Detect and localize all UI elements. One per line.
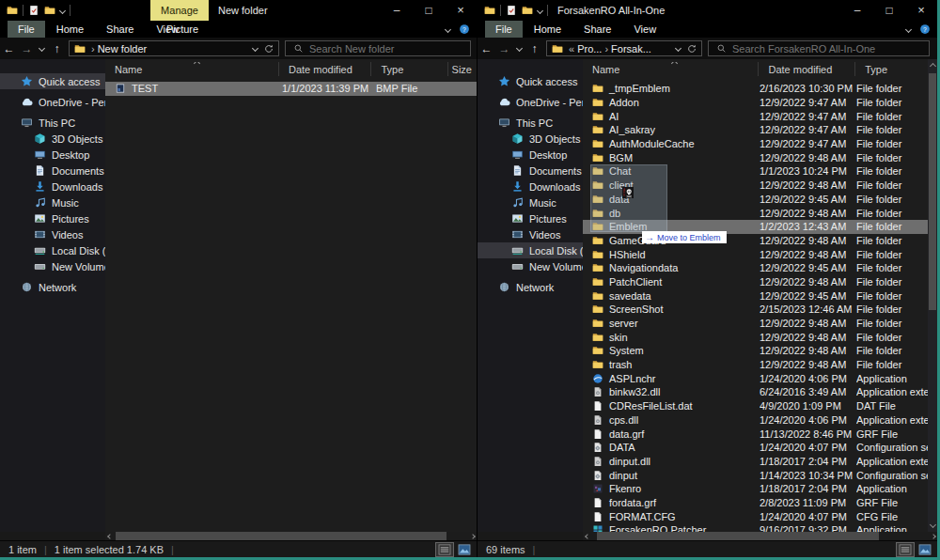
- search-box[interactable]: [285, 40, 471, 56]
- column-header-name[interactable]: Name: [583, 62, 759, 76]
- file-row-cps-dll[interactable]: cps.dll1/24/2020 4:06 PMApplication exte…: [583, 413, 928, 428]
- sidebar-item-onedrive-personal[interactable]: OneDrive - Personal: [0, 94, 105, 110]
- file-row-test[interactable]: TEST1/1/2023 11:39 PMBMP File: [105, 82, 477, 96]
- close-button[interactable]: ×: [905, 0, 937, 21]
- horizontal-scrollbar[interactable]: [105, 532, 477, 540]
- up-button[interactable]: ↑: [525, 42, 543, 55]
- back-button[interactable]: ←: [478, 42, 495, 55]
- sidebar-item-music[interactable]: Music: [0, 194, 105, 210]
- thumbnail-view-button[interactable]: [456, 543, 473, 556]
- refresh-icon[interactable]: [686, 43, 697, 54]
- sidebar-item-new-volume-d[interactable]: New Volume (D:): [478, 258, 583, 274]
- column-header-size[interactable]: Size: [448, 62, 477, 76]
- sidebar-item-documents[interactable]: Documents: [478, 163, 583, 179]
- minimize-button[interactable]: –: [841, 0, 873, 21]
- folder-icon[interactable]: [7, 5, 18, 16]
- sidebar-item-desktop[interactable]: Desktop: [478, 147, 583, 163]
- file-row-gameguard[interactable]: GameGuard12/9/2022 9:48 AMFile folder: [583, 234, 928, 248]
- properties-icon[interactable]: [28, 5, 39, 16]
- column-header-name[interactable]: Name: [105, 62, 279, 76]
- tab-view[interactable]: View: [622, 21, 667, 38]
- address-dropdown-icon[interactable]: [252, 45, 258, 52]
- scroll-left-arrow-icon[interactable]: [105, 532, 114, 540]
- search-input[interactable]: [732, 43, 929, 54]
- horizontal-scrollbar[interactable]: [583, 532, 937, 540]
- sidebar-item-network[interactable]: Network: [478, 279, 583, 295]
- file-row-server[interactable]: server12/9/2022 9:48 AMFile folder: [583, 317, 928, 331]
- file-row-system[interactable]: System12/9/2022 9:48 AMFile folder: [583, 344, 928, 358]
- help-icon[interactable]: ?: [459, 23, 470, 35]
- customize-toolbar-chevron-icon[interactable]: [59, 7, 66, 13]
- file-row-binkw32-dll[interactable]: binkw32.dll6/24/2016 3:49 AMApplication …: [583, 385, 928, 399]
- file-row-hshield[interactable]: HShield12/9/2022 9:48 AMFile folder: [583, 247, 928, 261]
- collapse-ribbon-icon[interactable]: [445, 25, 451, 32]
- up-button[interactable]: ↑: [48, 42, 66, 55]
- address-dropdown-icon[interactable]: [675, 45, 682, 52]
- manage-ribbon-tab[interactable]: Manage: [150, 0, 209, 21]
- sidebar-item-new-volume-d[interactable]: New Volume (D:): [0, 258, 105, 274]
- file-row-cdresfilelist-dat[interactable]: CDResFileList.dat4/9/2020 1:09 PMDAT Fil…: [583, 399, 928, 413]
- scroll-right-arrow-icon[interactable]: [468, 532, 477, 540]
- dragged-file-thumbnail[interactable]: AFK: [622, 187, 641, 206]
- tab-home[interactable]: Home: [523, 21, 572, 38]
- scroll-right-arrow-icon[interactable]: [929, 532, 937, 540]
- sidebar-item-videos[interactable]: Videos: [0, 226, 105, 242]
- sidebar-item-3d-objects[interactable]: 3D Objects: [0, 131, 105, 147]
- details-view-button[interactable]: [897, 543, 914, 556]
- tab-picture-tools[interactable]: Picture Tools: [149, 21, 216, 38]
- help-icon[interactable]: ?: [919, 23, 931, 35]
- file-row-dinput-dll[interactable]: dinput.dll1/18/2017 2:04 PMApplication e…: [583, 455, 928, 469]
- sidebar-item-documents[interactable]: Documents: [0, 163, 105, 179]
- collapse-ribbon-icon[interactable]: [905, 25, 912, 32]
- file-row-screenshot[interactable]: ScreenShot2/15/2023 12:46 AMFile folder: [583, 303, 928, 317]
- scroll-up-arrow-icon[interactable]: [929, 63, 935, 70]
- sidebar-item-downloads[interactable]: Downloads: [0, 179, 105, 194]
- tab-share[interactable]: Share: [95, 21, 145, 38]
- column-header-date-modified[interactable]: Date modified: [759, 62, 855, 76]
- column-header-date-modified[interactable]: Date modified: [279, 62, 371, 76]
- maximize-button[interactable]: □: [873, 0, 905, 21]
- properties-icon[interactable]: [506, 5, 517, 16]
- file-row-savedata[interactable]: savedata12/9/2022 9:45 AMFile folder: [583, 288, 928, 303]
- sidebar-item-quick-access[interactable]: Quick access: [0, 73, 105, 89]
- forward-button[interactable]: →: [18, 42, 36, 55]
- file-row-ai-sakray[interactable]: AI_sakray12/9/2022 9:47 AMFile folder: [583, 123, 928, 137]
- file-row-data-grf[interactable]: data.grf11/13/2022 8:46 PMGRF File: [583, 427, 928, 441]
- sidebar-item-desktop[interactable]: Desktop: [0, 147, 105, 163]
- address-bar[interactable]: « Pro... › Forsak...: [546, 40, 702, 56]
- file-row-bgm[interactable]: BGM12/9/2022 9:48 AMFile folder: [583, 150, 928, 164]
- search-input[interactable]: [309, 43, 470, 54]
- search-box[interactable]: [708, 40, 930, 56]
- sidebar-item-local-disk-c[interactable]: Local Disk (C:): [0, 242, 105, 258]
- file-row-forsakenro-patcher[interactable]: ForsakenRO Patcher9/16/2017 9:32 PMAppli…: [583, 523, 928, 532]
- file-row-tmpemblem[interactable]: _tmpEmblem2/16/2023 10:30 PMFile folder: [583, 82, 928, 96]
- tab-file[interactable]: File: [8, 21, 45, 38]
- sidebar-item-music[interactable]: Music: [478, 194, 583, 210]
- sidebar-item-downloads[interactable]: Downloads: [478, 179, 583, 194]
- address-bar[interactable]: › New folder: [69, 40, 279, 56]
- column-header-type[interactable]: Type: [855, 62, 928, 76]
- details-view-button[interactable]: [436, 543, 453, 556]
- back-button[interactable]: ←: [0, 42, 18, 55]
- scrollbar-thumb[interactable]: [597, 532, 879, 540]
- file-row-addon[interactable]: Addon12/9/2022 9:47 AMFile folder: [583, 96, 928, 110]
- close-button[interactable]: ×: [445, 0, 477, 21]
- scrollbar-thumb[interactable]: [929, 73, 936, 310]
- thumbnail-view-button[interactable]: [916, 543, 933, 556]
- refresh-icon[interactable]: [263, 43, 274, 54]
- breadcrumb-crumb[interactable]: New folder: [98, 43, 148, 54]
- sidebar-item-videos[interactable]: Videos: [478, 226, 583, 242]
- file-row-skin[interactable]: skin12/9/2022 9:48 AMFile folder: [583, 330, 928, 344]
- new-folder-icon[interactable]: [522, 5, 533, 16]
- scroll-down-arrow-icon[interactable]: [929, 521, 935, 528]
- sidebar-item-3d-objects[interactable]: 3D Objects: [478, 131, 583, 147]
- file-row-format-cfg[interactable]: FORMAT.CFG1/24/2020 4:07 PMCFG File: [583, 509, 928, 523]
- sidebar-item-local-disk-c[interactable]: Local Disk (C:): [478, 242, 583, 258]
- sidebar-item-onedrive-personal[interactable]: OneDrive - Personal: [478, 94, 583, 110]
- sidebar-item-network[interactable]: Network: [0, 279, 105, 295]
- recent-locations-button[interactable]: [513, 46, 525, 51]
- file-row-asplnchr[interactable]: ASPLnchr1/24/2020 4:06 PMApplication: [583, 371, 928, 385]
- sidebar-item-pictures[interactable]: Pictures: [478, 210, 583, 226]
- column-header-type[interactable]: Type: [371, 62, 448, 76]
- sidebar-item-quick-access[interactable]: Quick access: [478, 73, 583, 89]
